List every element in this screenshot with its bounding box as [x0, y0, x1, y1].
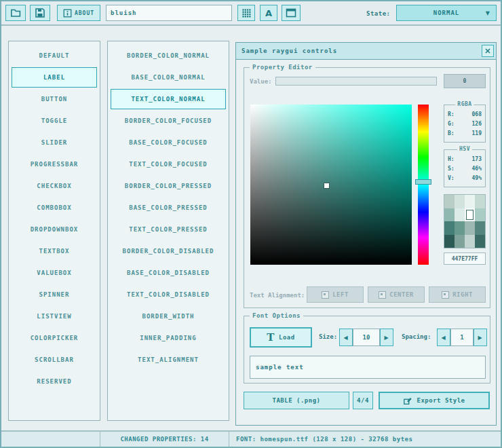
- style-table-button[interactable]: [237, 5, 255, 21]
- color-swatch[interactable]: [455, 208, 465, 222]
- color-swatch[interactable]: [475, 221, 485, 235]
- controls-list-item[interactable]: SPINNER: [12, 284, 97, 305]
- font-size-value[interactable]: 10: [353, 329, 380, 346]
- color-swatch[interactable]: [465, 195, 475, 208]
- property-list-item[interactable]: BORDER_COLOR_FOCUSED: [111, 111, 226, 131]
- right-arrow-icon: ▶: [384, 335, 389, 341]
- property-list-item[interactable]: TEXT_COLOR_NORMAL: [111, 89, 226, 109]
- controls-list-item[interactable]: LABEL: [12, 67, 97, 88]
- hsv-panel: HSV H:173 S:46% V:49%: [444, 149, 486, 187]
- sample-text-input[interactable]: [250, 356, 486, 379]
- color-swatch-selected[interactable]: [465, 208, 475, 222]
- window-titlebar[interactable]: Sample raygui controls: [236, 43, 496, 60]
- statusbar-font-info: FONT: homespun.ttf (128 x 128) - 32768 b…: [229, 432, 501, 447]
- value-box-text: 0: [463, 78, 467, 84]
- hex-value-box[interactable]: 447E77FF: [444, 253, 486, 265]
- color-swatch[interactable]: [455, 195, 465, 208]
- controls-list-item[interactable]: VALUEBOX: [12, 263, 97, 283]
- align-center-label: CENTER: [389, 291, 414, 298]
- hue-slider-handle[interactable]: [415, 179, 431, 185]
- color-swatch[interactable]: [444, 208, 455, 222]
- font-spacing-decrease-button[interactable]: ◀: [437, 329, 450, 346]
- color-swatch[interactable]: [475, 235, 485, 248]
- font-size-increase-button[interactable]: ▶: [380, 329, 393, 346]
- toolbar: ABOUT A State: NORMAL ▼: [1, 1, 501, 26]
- color-swatch[interactable]: [465, 235, 475, 248]
- font-spacing-value-text: 1: [460, 334, 463, 341]
- controls-list: DEFAULT LABEL BUTTON TOGGLE SLIDER PROGR…: [8, 41, 100, 421]
- about-button[interactable]: ABOUT: [57, 5, 100, 21]
- property-list-item[interactable]: BORDER_WIDTH: [111, 306, 226, 326]
- controls-list-item[interactable]: BUTTON: [12, 89, 97, 109]
- value-label: Value:: [250, 78, 272, 85]
- rgba-label: RGBA: [455, 101, 474, 107]
- color-swatch[interactable]: [444, 221, 455, 235]
- hsv-h-row: H:173: [444, 155, 485, 164]
- controls-list-item[interactable]: SCROLLBAR: [12, 350, 97, 370]
- load-style-button[interactable]: [5, 5, 26, 21]
- controls-list-item[interactable]: LISTVIEW: [12, 306, 97, 326]
- font-atlas-button[interactable]: A: [260, 5, 277, 21]
- controls-list-item[interactable]: TEXTBOX: [12, 241, 97, 261]
- property-list-item[interactable]: TEXT_ALIGNMENT: [111, 350, 226, 370]
- save-style-button[interactable]: [30, 5, 50, 21]
- property-list-item[interactable]: TEXT_COLOR_DISABLED: [111, 284, 226, 305]
- property-list-item[interactable]: TEXT_COLOR_PRESSED: [111, 219, 226, 240]
- status-bar: CHANGED PROPERTIES: 14 FONT: homespun.tt…: [1, 430, 501, 447]
- property-list-item[interactable]: BORDER_COLOR_NORMAL: [111, 45, 226, 66]
- window-close-button[interactable]: [482, 45, 494, 57]
- rgba-r-row: R:068: [444, 110, 485, 119]
- rgba-g-value: 126: [472, 119, 482, 129]
- export-style-button[interactable]: Export Style: [379, 392, 490, 409]
- controls-list-item[interactable]: RESERVED: [12, 371, 97, 392]
- controls-list-item[interactable]: CHECKBOX: [12, 176, 97, 196]
- property-list-item[interactable]: INNER_PADDING: [111, 328, 226, 348]
- property-list-item[interactable]: BASE_COLOR_PRESSED: [111, 198, 226, 218]
- color-swatch[interactable]: [444, 195, 455, 208]
- align-right-button[interactable]: RIGHT: [429, 286, 486, 303]
- controls-list-item[interactable]: DEFAULT: [12, 45, 97, 66]
- color-swatch[interactable]: [465, 221, 475, 235]
- controls-list-item[interactable]: COMBOBOX: [12, 198, 97, 218]
- table-ratio-button[interactable]: 4/4: [353, 392, 373, 409]
- property-list-item[interactable]: BASE_COLOR_DISABLED: [111, 263, 226, 283]
- state-dropdown[interactable]: NORMAL ▼: [396, 5, 497, 21]
- font-load-button[interactable]: T Load: [250, 327, 312, 348]
- value-slider[interactable]: [275, 77, 437, 86]
- hsv-label: HSV: [457, 146, 472, 152]
- statusbar-changed-properties: CHANGED PROPERTIES: 14: [100, 432, 229, 447]
- controls-list-item[interactable]: PROGRESSBAR: [12, 154, 97, 174]
- property-list-item[interactable]: BASE_COLOR_NORMAL: [111, 67, 226, 88]
- property-list-item[interactable]: BASE_COLOR_FOCUSED: [111, 132, 226, 153]
- color-swatch[interactable]: [475, 195, 485, 208]
- window-controls-button[interactable]: [282, 5, 301, 21]
- align-center-button[interactable]: CENTER: [368, 286, 425, 303]
- hue-slider[interactable]: [418, 105, 429, 265]
- property-list-item[interactable]: TEXT_COLOR_FOCUSED: [111, 154, 226, 174]
- font-size-decrease-button[interactable]: ◀: [339, 329, 353, 346]
- controls-list-item[interactable]: SLIDER: [12, 132, 97, 153]
- property-list-item[interactable]: BORDER_COLOR_DISABLED: [111, 241, 226, 261]
- export-format-button[interactable]: TABLE (.png): [244, 392, 349, 409]
- controls-list-item[interactable]: TOGGLE: [12, 111, 97, 131]
- align-left-label: LEFT: [332, 291, 349, 298]
- style-name-input[interactable]: [106, 5, 232, 21]
- controls-list-item[interactable]: DROPDOWNBOX: [12, 219, 97, 240]
- color-saturation-value-panel[interactable]: [250, 105, 412, 265]
- property-list-item[interactable]: BORDER_COLOR_PRESSED: [111, 176, 226, 196]
- color-swatch[interactable]: [455, 221, 465, 235]
- font-spacing-value[interactable]: 1: [450, 329, 474, 346]
- color-swatch[interactable]: [475, 208, 485, 222]
- property-editor-group: Property Editor Value: 0 RGBA R:068 G:12…: [244, 67, 490, 308]
- hsv-s-value: 46%: [472, 164, 482, 174]
- align-left-button[interactable]: LEFT: [307, 286, 364, 303]
- font-spacing-increase-button[interactable]: ▶: [474, 329, 487, 346]
- color-picker-cursor[interactable]: [324, 183, 329, 188]
- hsv-v-row: V:49%: [444, 174, 485, 183]
- font-t-icon: T: [267, 333, 275, 343]
- color-swatch[interactable]: [455, 235, 465, 248]
- controls-list-item[interactable]: COLORPICKER: [12, 328, 97, 348]
- color-swatch[interactable]: [444, 235, 455, 248]
- export-format-label: TABLE (.png): [272, 397, 320, 404]
- value-box[interactable]: 0: [444, 74, 486, 88]
